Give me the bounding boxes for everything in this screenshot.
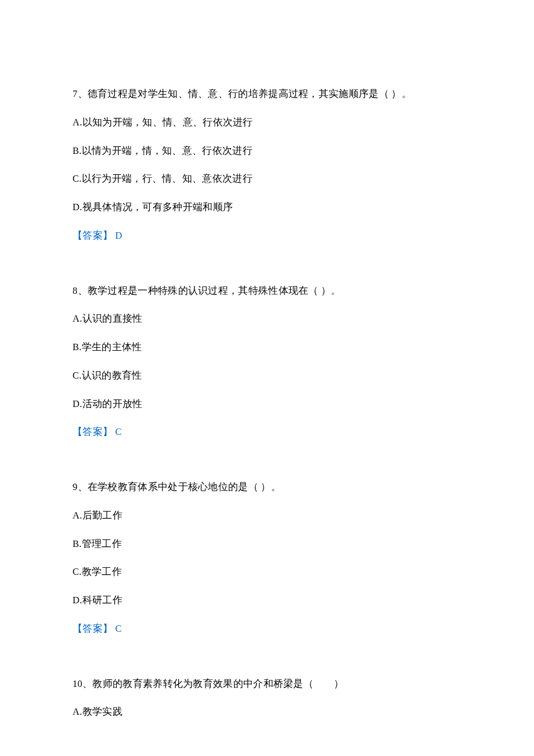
option-d: D.视具体情况，可有多种开端和顺序 (73, 200, 461, 215)
answer-label: 【答案】 C (73, 425, 461, 440)
option-d: D.活动的开放性 (73, 397, 461, 412)
option-a: A.教学实践 (73, 705, 461, 719)
question-number: 10、 (73, 678, 92, 689)
question-number: 9、 (73, 481, 88, 492)
option-a: A.后勤工作 (73, 509, 461, 523)
question-text-content: 德育过程是对学生知、情、意、行的培养提高过程，其实施顺序是（ ）。 (88, 88, 412, 99)
option-d: D.科研工作 (73, 593, 461, 608)
option-a: A.认识的直接性 (73, 312, 461, 326)
question-stem: 8、教学过程是一种特殊的认识过程，其特殊性体现在（ ）。 (73, 284, 461, 298)
option-b: B.学生的主体性 (73, 340, 461, 355)
option-b: B.以情为开端，情，知、意、行依次进行 (73, 144, 461, 159)
option-c: C.以行为开端，行、情、知、意依次进行 (73, 172, 461, 186)
option-b: B.管理工作 (73, 537, 461, 552)
question-stem: 9、在学校教育体系中处于核心地位的是（ ）。 (73, 480, 461, 495)
question-10: 10、教师的教育素养转化为教育效果的中介和桥梁是（ ） A.教学实践 (73, 677, 461, 720)
option-c: C.教学工作 (73, 565, 461, 579)
question-text-content: 教学过程是一种特殊的认识过程，其特殊性体现在（ ）。 (88, 285, 341, 296)
question-number: 7、 (73, 88, 88, 99)
question-number: 8、 (73, 285, 88, 296)
question-7: 7、德育过程是对学生知、情、意、行的培养提高过程，其实施顺序是（ ）。 A.以知… (73, 87, 461, 243)
answer-label: 【答案】 C (73, 622, 461, 636)
question-9: 9、在学校教育体系中处于核心地位的是（ ）。 A.后勤工作 B.管理工作 C.教… (73, 480, 461, 636)
answer-label: 【答案】 D (73, 229, 461, 243)
question-8: 8、教学过程是一种特殊的认识过程，其特殊性体现在（ ）。 A.认识的直接性 B.… (73, 284, 461, 440)
question-text-content: 教师的教育素养转化为教育效果的中介和桥梁是（ ） (92, 678, 344, 689)
option-a: A.以知为开端，知、情、意、行依次进行 (73, 116, 461, 130)
option-c: C.认识的教育性 (73, 369, 461, 383)
question-text-content: 在学校教育体系中处于核心地位的是（ ）。 (88, 481, 281, 492)
question-stem: 7、德育过程是对学生知、情、意、行的培养提高过程，其实施顺序是（ ）。 (73, 87, 461, 102)
question-stem: 10、教师的教育素养转化为教育效果的中介和桥梁是（ ） (73, 677, 461, 692)
